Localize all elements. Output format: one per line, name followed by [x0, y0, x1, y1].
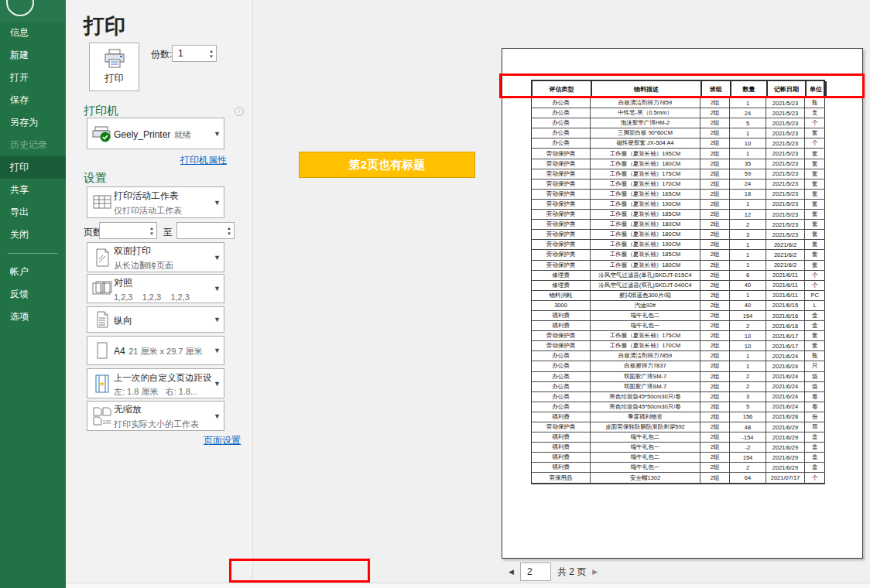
pages-to-label: 至: [163, 226, 173, 239]
cell-team: 2组: [700, 311, 730, 321]
sidebar-item[interactable]: 打开: [0, 67, 66, 89]
sidebar-item: 历史记录: [0, 134, 66, 156]
cell-team: 2组: [700, 473, 730, 483]
spin-down-icon[interactable]: ▼: [149, 231, 154, 236]
cell-material-desc: 冷风空气过滤器(双孔)SKDJT-040C4: [591, 281, 700, 291]
printer-status: 就绪: [174, 130, 191, 139]
cell-eval-type: 物料消耗: [532, 291, 591, 301]
sidebar-item[interactable]: 反馈: [0, 283, 66, 306]
cell-quantity: 2: [730, 463, 766, 473]
cell-posting-date: 2021/6/17: [766, 331, 805, 341]
cell-posting-date: 2021/6/11: [766, 291, 805, 301]
spin-down-icon[interactable]: ▼: [209, 54, 214, 59]
current-page-input[interactable]: 2: [520, 562, 551, 581]
cell-eval-type: 劳动保护类: [532, 200, 591, 210]
cell-material-desc: 白板清洁剂得力7859: [591, 98, 700, 108]
cell-eval-type: 办公类: [532, 128, 591, 138]
sidebar-item[interactable]: 共享: [0, 179, 66, 201]
cell-eval-type: 劳动保护类: [532, 240, 591, 250]
cell-eval-type: 办公类: [532, 138, 591, 149]
sidebar-item[interactable]: 选项: [0, 306, 66, 328]
table-row: 办公类 白板擦得力7837 2组 1 2021/6/24 只: [532, 361, 824, 371]
margins-select[interactable]: ★ 上一次的自定义页边距设置 左: 1.8 厘米 右: 1.8... ▼: [87, 368, 224, 398]
sidebar-item[interactable]: 帐户: [0, 261, 66, 283]
cell-quantity: 12: [730, 210, 766, 220]
svg-text:★: ★: [99, 380, 105, 388]
back-arrow-icon[interactable]: [6, 0, 34, 16]
duplex-select[interactable]: 双面打印 从长边翻转页面 ▼: [87, 242, 224, 272]
cell-posting-date: 2021/6/24: [766, 351, 805, 361]
sidebar-item[interactable]: 新建: [0, 44, 66, 67]
print-what-select[interactable]: 打印活动工作表 仅打印活动工作表 ▼: [87, 186, 224, 218]
cell-team: 2组: [700, 351, 730, 361]
cell-team: 2组: [700, 453, 730, 463]
cell-unit: 套: [805, 250, 825, 260]
cell-team: 2组: [700, 271, 730, 281]
sidebar-item[interactable]: 导出: [0, 201, 66, 224]
sidebar-item[interactable]: 打印: [0, 156, 66, 179]
chevron-down-icon: ▼: [211, 347, 221, 354]
info-icon[interactable]: i: [235, 107, 244, 116]
print-button[interactable]: 打印: [89, 43, 139, 91]
paper-size-select[interactable]: A4 21 厘米 x 29.7 厘米 ▼: [87, 336, 224, 365]
cell-unit: 盒: [805, 311, 825, 321]
setting-subtitle: 从长边翻转页面: [114, 261, 173, 270]
collation-select[interactable]: 对照 1,2,3 1,2,3 1,2,3 ▼: [87, 274, 224, 303]
setting-subtitle: 21 厘米 x 29.7 厘米: [128, 347, 202, 356]
table-row: 福利费 季度福利物资 2组 156 2021/6/28 份: [532, 412, 824, 422]
sidebar-item[interactable]: 保存: [0, 89, 66, 111]
next-page-icon[interactable]: ▶: [592, 568, 598, 576]
table-row: 办公类 泡沫胶带广博HM-2 2组 5 2021/5/23 个: [532, 118, 824, 128]
page-navigation: ◀ 2 共 2 页 ▶: [509, 562, 598, 582]
orientation-select[interactable]: 纵向 ▼: [87, 306, 224, 333]
cell-material-desc: 泡沫胶带广博HM-2: [591, 118, 700, 128]
spin-up-icon[interactable]: ▲: [227, 226, 231, 231]
spin-up-icon[interactable]: ▲: [209, 49, 214, 53]
setting-subtitle: 左: 1.8 厘米 右: 1.8...: [114, 387, 197, 396]
cell-quantity: 10: [730, 138, 766, 149]
spin-up-icon[interactable]: ▲: [149, 226, 154, 231]
table-row: 办公类 三脚架白板 90*60CM 2组 1 2021/5/23 套: [532, 128, 824, 138]
pages-to-spinner[interactable]: ▲▼: [227, 223, 231, 238]
sidebar-item-label: 反馈: [10, 289, 29, 299]
setting-title: 对照: [114, 277, 132, 288]
cell-quantity: 1: [730, 149, 766, 159]
backstage-sidebar: 信息 新建 打开 保存 另存为 历史记录: [0, 0, 66, 588]
page-setup-link[interactable]: 页面设置: [204, 434, 241, 447]
cell-unit: 套: [805, 200, 825, 210]
pages-from-input[interactable]: ▲▼: [99, 222, 157, 239]
sidebar-item[interactable]: 信息: [0, 22, 66, 44]
cell-team: 2组: [700, 118, 730, 128]
previous-page-icon[interactable]: ◀: [509, 568, 514, 576]
sidebar-item[interactable]: 另存为: [0, 111, 66, 134]
scaling-select[interactable]: 100 无缩放 打印实际大小的工作表 ▼: [87, 401, 224, 431]
printer-select[interactable]: Geely_Printer 就绪 ▼: [87, 118, 224, 149]
cell-unit: 盒: [805, 463, 825, 473]
cell-material-desc: 磁性硬胶套 JX-504 A4: [591, 138, 700, 149]
cell-quantity: 10: [730, 341, 766, 351]
pages-to-input[interactable]: ▲▼: [176, 222, 235, 239]
preview-table-body: 办公类 白板清洁剂得力7859 2组 1 2021/5/23 瓶 办公类 中性笔…: [531, 98, 825, 484]
cell-quantity: 2: [730, 372, 766, 382]
cell-eval-type: 办公类: [532, 108, 591, 118]
cell-unit: L: [805, 301, 825, 311]
cell-material-desc: 擦拭纸蓝色300片/箱: [591, 291, 700, 301]
cell-quantity: -2: [730, 443, 766, 453]
spin-down-icon[interactable]: ▼: [227, 231, 231, 236]
copies-input[interactable]: 1 ▲▼: [172, 45, 217, 62]
cell-posting-date: 2021/6/2: [766, 250, 805, 260]
printer-properties-link[interactable]: 打印机属性: [180, 154, 227, 167]
cell-posting-date: 2021/6/28: [766, 412, 805, 422]
cell-team: 2组: [700, 250, 730, 260]
sidebar-item[interactable]: 关闭: [0, 224, 66, 246]
table-row: 劳动保护类 工作服（夏装长袖）190CM 2组 1 2021/6/2 套: [532, 240, 824, 250]
annotation-note: 第2页也有标题: [299, 152, 475, 178]
cell-team: 2组: [700, 412, 730, 422]
table-row: 劳动保护类 工作服（夏装长袖）170CM 2组 10 2021/6/17 套: [532, 341, 824, 351]
cell-material-desc: 端午礼包二: [591, 453, 700, 463]
copies-label: 份数:: [151, 48, 172, 61]
copies-spinner[interactable]: ▲▼: [209, 46, 214, 61]
pages-from-spinner[interactable]: ▲▼: [149, 223, 154, 238]
sidebar-item-label: 另存为: [10, 117, 38, 128]
cell-quantity: 3: [730, 392, 766, 402]
